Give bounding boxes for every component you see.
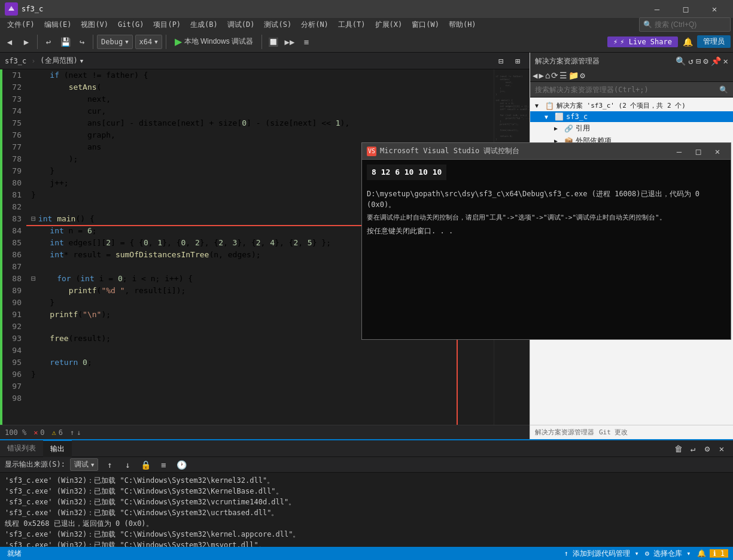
maximize-button[interactable]: □: [672, 0, 699, 18]
scope-label: (全局范围): [40, 56, 77, 66]
se-home-button[interactable]: ⌂: [545, 71, 550, 80]
se-new-folder-button[interactable]: 📁: [568, 71, 579, 80]
debug-minimize[interactable]: —: [671, 144, 688, 159]
title-left: sf3_c: [5, 2, 43, 16]
save-button[interactable]: 💾: [58, 35, 72, 49]
breadcrumb-sep: ›: [31, 57, 35, 65]
error-indicator[interactable]: ✕ 0: [34, 428, 44, 437]
menu-file[interactable]: 文件(F): [2, 19, 39, 31]
code-line-96: }: [31, 369, 494, 381]
manage-button[interactable]: 管理员: [697, 35, 731, 48]
output-settings-button[interactable]: ⚙: [701, 442, 714, 455]
nav-arrows[interactable]: ↑ ↓: [70, 428, 81, 437]
sep-2: [93, 35, 93, 49]
se-fwd-button[interactable]: ▶: [539, 71, 543, 80]
menu-git[interactable]: Git(G): [113, 19, 148, 30]
menu-help[interactable]: 帮助(H): [444, 19, 481, 31]
tree-references[interactable]: ▶ 🔗 引用: [530, 122, 733, 135]
menu-edit[interactable]: 编辑(E): [39, 19, 77, 31]
up-arrow-icon[interactable]: ↑: [70, 428, 74, 437]
status-add-source[interactable]: ↑ 添加到源代码管理 ▾: [562, 549, 641, 559]
se-search-button[interactable]: 🔍: [676, 56, 686, 66]
se-search-input[interactable]: [535, 86, 719, 94]
toolbar-btn-2[interactable]: ▶▶: [282, 35, 297, 49]
toolbar-btn-1[interactable]: 🔲: [266, 35, 280, 49]
output-btn-2[interactable]: ↓: [121, 458, 134, 471]
minimize-button[interactable]: —: [643, 0, 671, 18]
undo-button[interactable]: ↩: [41, 35, 56, 49]
se-collapse-button[interactable]: ⊟: [696, 56, 701, 66]
status-bell[interactable]: 🔔: [695, 549, 708, 558]
search-input[interactable]: [655, 20, 726, 29]
debug-console-title-bar: VS Microsoft Visual Studio 调试控制台 — □ ✕: [362, 143, 731, 160]
menu-analyze[interactable]: 分析(N): [296, 19, 333, 31]
tab-output[interactable]: 输出: [43, 440, 72, 457]
code-line-72: setAns(: [31, 81, 494, 93]
down-arrow-icon[interactable]: ↓: [77, 428, 81, 437]
se-filter-button[interactable]: ☰: [559, 71, 567, 80]
se-bottom-tab-explorer[interactable]: 解决方案资源管理器: [535, 428, 594, 437]
debug-console-buttons: — □ ✕: [671, 144, 726, 159]
debug-output[interactable]: 8 12 6 10 10 10 D:\mysetup\gopath\src\ds…: [362, 160, 731, 339]
status-info[interactable]: ℹ 1: [710, 549, 728, 558]
debug-maximize[interactable]: □: [690, 144, 707, 159]
output-clear-button[interactable]: 🗑: [672, 442, 685, 455]
output-content[interactable]: 'sf3_c.exe' (Win32)：已加载 "C:\Windows\Syst…: [0, 473, 733, 547]
close-button[interactable]: ✕: [701, 0, 728, 18]
se-close-button[interactable]: ✕: [723, 56, 728, 66]
arch-dropdown[interactable]: x64 ▼: [135, 35, 162, 49]
fwd-button[interactable]: ▶: [19, 35, 34, 49]
se-properties-button[interactable]: ⚙: [703, 56, 708, 66]
se-sync-button[interactable]: ⟳: [551, 71, 558, 80]
zoom-level[interactable]: 100 %: [5, 428, 26, 437]
se-bottom-bar: 解决方案资源管理器 Git 更改: [530, 425, 733, 439]
se-settings-button[interactable]: ⚙: [580, 71, 585, 80]
chevron-down-icon: ▼: [91, 462, 94, 468]
tree-solution[interactable]: ▼ 📋 解决方案 'sf3_c' (2 个项目，共 2 个): [530, 100, 733, 111]
menu-extensions[interactable]: 扩展(X): [370, 19, 407, 31]
tree-project[interactable]: ▼ ⬜ sf3_c: [530, 111, 733, 122]
error-icon: ✕: [34, 428, 38, 437]
references-icon: 🔗: [564, 124, 573, 133]
code-line-97: [31, 381, 494, 392]
debug-close[interactable]: ✕: [709, 144, 726, 159]
redo-button[interactable]: ↪: [75, 35, 89, 49]
scope-dropdown[interactable]: (全局范围) ▼: [40, 56, 83, 66]
se-back-button[interactable]: ◀: [533, 71, 537, 80]
pin-button[interactable]: 📌: [711, 56, 721, 66]
output-line-7: 'sf3_c.exe' (Win32)：已加载 "C:\Windows\Syst…: [5, 540, 728, 547]
se-bottom-tab-git[interactable]: Git 更改: [599, 428, 628, 437]
status-ready[interactable]: 就绪: [5, 549, 24, 559]
se-search-box[interactable]: 🔍: [530, 82, 733, 98]
menu-tools[interactable]: 工具(T): [333, 19, 370, 31]
back-button[interactable]: ◀: [2, 35, 17, 49]
split-view-button[interactable]: ⊞: [510, 54, 525, 68]
source-dropdown[interactable]: 调试 ▼: [70, 458, 98, 471]
output-line-3: 'sf3_c.exe' (Win32)：已加载 "C:\Windows\Syst…: [5, 497, 728, 507]
toolbar-btn-3[interactable]: ≡: [299, 35, 314, 49]
warning-indicator[interactable]: ⚠ 6: [52, 428, 63, 437]
output-wrap2-button[interactable]: ≡: [157, 458, 170, 471]
output-btn-1[interactable]: ↑: [103, 458, 116, 471]
liveshare-label: ⚡ Live Share: [620, 38, 672, 46]
output-close-button[interactable]: ✕: [715, 442, 728, 455]
debug-mode-dropdown[interactable]: Debug ▼: [97, 35, 133, 49]
menu-debug[interactable]: 调试(D): [223, 19, 260, 31]
menu-test[interactable]: 测试(S): [259, 19, 296, 31]
output-clock-button[interactable]: 🕐: [175, 458, 188, 471]
run-debugger-button[interactable]: ▶ 本地 Windows 调试器: [170, 35, 258, 48]
liveshare-button[interactable]: ⚡ ⚡ Live Share: [607, 36, 678, 47]
debug-console: VS Microsoft Visual Studio 调试控制台 — □ ✕ 8…: [361, 142, 731, 340]
menu-build[interactable]: 生成(B): [185, 19, 223, 31]
menu-project[interactable]: 项目(P): [148, 19, 185, 31]
tab-error-list[interactable]: 错误列表: [0, 440, 43, 457]
collapse-button[interactable]: ⊟: [494, 54, 508, 68]
output-wrap-button[interactable]: ↵: [686, 442, 699, 455]
notifications-button[interactable]: 🔔: [680, 35, 695, 49]
menu-view[interactable]: 视图(V): [76, 19, 113, 31]
menu-window[interactable]: 窗口(W): [407, 19, 444, 31]
status-select-repo[interactable]: ⚙ 选择仓库 ▾: [643, 549, 694, 559]
search-toolbar[interactable]: 🔍: [639, 17, 731, 32]
se-refresh-button[interactable]: ↺: [688, 56, 693, 66]
output-scroll-lock[interactable]: 🔒: [139, 458, 152, 471]
